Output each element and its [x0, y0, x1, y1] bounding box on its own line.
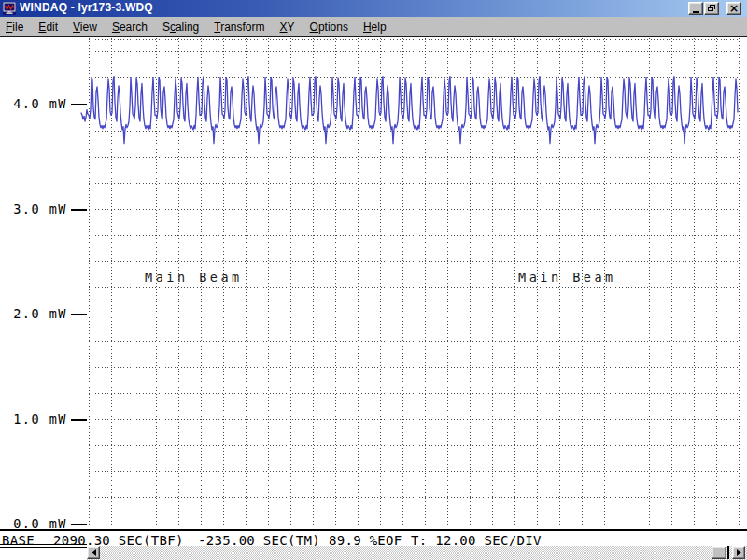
title-bar: WINDAQ - lyr173-3.WDQ × [0, 0, 747, 17]
menu-item-file[interactable]: File [0, 18, 31, 36]
scroll-right-button[interactable] [732, 546, 745, 559]
scroll-left-button[interactable] [87, 546, 100, 559]
arrow-left-icon [92, 549, 96, 556]
menu-item-edit[interactable]: Edit [31, 18, 65, 36]
menu-item-view[interactable]: View [65, 18, 105, 36]
y-tick-label: 1.0 mW [2, 412, 67, 427]
y-tick-label: 4.0 mW [2, 96, 67, 111]
close-icon: × [729, 4, 739, 13]
menu-item-xy[interactable]: XY [273, 18, 303, 36]
menu-item-options[interactable]: Options [303, 18, 356, 36]
waveform-canvas[interactable] [0, 0, 747, 560]
main-beam-annotation: Main Beam [518, 270, 616, 285]
main-beam-annotation: Main Beam [145, 270, 243, 285]
menu-bar: FileEditViewSearchScalingTransformXYOpti… [0, 17, 747, 37]
scrollbar-position-marker [727, 546, 729, 559]
restore-icon [708, 5, 716, 12]
close-button[interactable]: × [726, 2, 741, 15]
event-marker-box [0, 544, 87, 560]
menu-item-help[interactable]: Help [356, 18, 394, 36]
minimize-icon [693, 11, 699, 13]
y-tick-label: 2.0 mW [2, 306, 67, 321]
window-title: WINDAQ - lyr173-3.WDQ [20, 1, 153, 14]
chart-area[interactable] [0, 0, 747, 560]
windaq-app-icon [3, 2, 16, 15]
y-tick-label: 3.0 mW [2, 202, 67, 217]
arrow-right-icon [737, 549, 741, 556]
menu-item-scaling[interactable]: Scaling [155, 18, 206, 36]
bottom-row [0, 546, 747, 560]
menu-item-search[interactable]: Search [105, 18, 155, 36]
windaq-window: 4.0 mW3.0 mW2.0 mW1.0 mW0.0 mW Main Beam… [0, 0, 747, 560]
restore-button[interactable] [704, 2, 719, 15]
scrollbar-thumb[interactable] [712, 546, 726, 559]
status-bar: BASE 2090.30 SEC(TBF) -235.00 SEC(TM) 89… [0, 529, 747, 546]
minimize-button[interactable] [688, 2, 703, 15]
horizontal-scrollbar[interactable] [87, 546, 747, 560]
menu-item-transform[interactable]: Transform [206, 18, 272, 36]
